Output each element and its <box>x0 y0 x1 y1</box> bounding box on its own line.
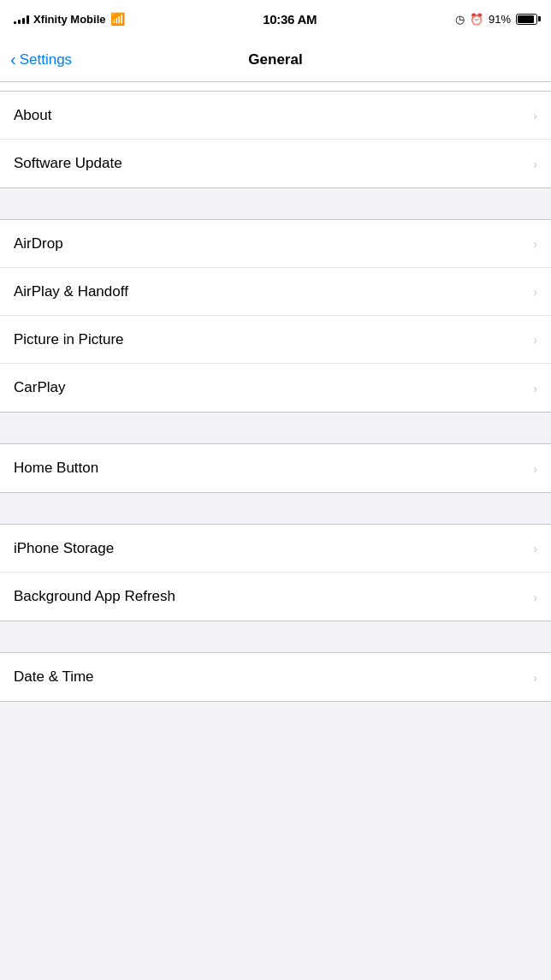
settings-group-2: AirDrop › AirPlay & Handoff › Picture in… <box>0 219 551 413</box>
status-time: 10:36 AM <box>263 12 317 27</box>
battery-icon <box>516 14 537 25</box>
settings-item-background-app-refresh[interactable]: Background App Refresh › <box>0 573 551 621</box>
settings-item-date-time[interactable]: Date & Time › <box>0 653 551 701</box>
settings-group-1: About › Software Update › <box>0 91 551 188</box>
home-button-label: Home Button <box>14 460 98 477</box>
settings-item-iphone-storage[interactable]: iPhone Storage › <box>0 525 551 573</box>
status-bar: Xfinity Mobile 📶 10:36 AM ◷ ⏰ 91% <box>0 0 551 38</box>
airplay-handoff-label: AirPlay & Handoff <box>14 283 128 300</box>
section-gap-1 <box>0 188 551 219</box>
picture-in-picture-label: Picture in Picture <box>14 331 124 348</box>
carplay-label: CarPlay <box>14 379 65 396</box>
settings-group-4: iPhone Storage › Background App Refresh … <box>0 524 551 621</box>
page-title: General <box>248 51 302 68</box>
battery-percent: 91% <box>489 13 511 26</box>
chevron-right-icon: › <box>533 236 537 251</box>
chevron-left-icon: ‹ <box>10 50 16 68</box>
section-gap-3 <box>0 493 551 524</box>
status-left: Xfinity Mobile 📶 <box>14 12 125 26</box>
chevron-right-icon: › <box>533 541 537 555</box>
chevron-right-icon: › <box>533 332 537 347</box>
settings-group-5: Date & Time › <box>0 652 551 702</box>
settings-group-3: Home Button › <box>0 443 551 493</box>
date-time-label: Date & Time <box>14 668 94 686</box>
back-label: Settings <box>20 51 72 68</box>
about-label: About <box>14 107 51 124</box>
chevron-right-icon: › <box>533 590 537 604</box>
settings-item-airdrop[interactable]: AirDrop › <box>0 220 551 268</box>
background-app-refresh-label: Background App Refresh <box>14 588 175 605</box>
signal-bars-icon <box>14 14 29 24</box>
settings-item-about[interactable]: About › <box>0 92 551 140</box>
chevron-right-icon: › <box>533 381 537 395</box>
settings-item-home-button[interactable]: Home Button › <box>0 444 551 492</box>
settings-item-airplay-handoff[interactable]: AirPlay & Handoff › <box>0 268 551 316</box>
chevron-right-icon: › <box>533 284 537 299</box>
settings-item-picture-in-picture[interactable]: Picture in Picture › <box>0 316 551 364</box>
top-spacer <box>0 82 551 91</box>
iphone-storage-label: iPhone Storage <box>14 540 114 557</box>
carrier-label: Xfinity Mobile <box>33 13 106 26</box>
chevron-right-icon: › <box>533 670 537 685</box>
airdrop-label: AirDrop <box>14 235 63 252</box>
settings-item-software-update[interactable]: Software Update › <box>0 140 551 187</box>
back-button[interactable]: ‹ Settings <box>10 51 72 68</box>
alarm-icon: ⏰ <box>470 13 483 26</box>
nav-bar: ‹ Settings General <box>0 38 551 82</box>
chevron-right-icon: › <box>533 461 537 476</box>
clock-icon: ◷ <box>455 13 465 26</box>
section-gap-4 <box>0 621 551 652</box>
wifi-icon: 📶 <box>110 12 125 26</box>
settings-content: About › Software Update › AirDrop › AirP… <box>0 82 551 702</box>
software-update-label: Software Update <box>14 155 122 172</box>
chevron-right-icon: › <box>533 108 537 122</box>
section-gap-2 <box>0 413 551 443</box>
status-right: ◷ ⏰ 91% <box>455 13 537 26</box>
settings-item-carplay[interactable]: CarPlay › <box>0 364 551 412</box>
chevron-right-icon: › <box>533 157 537 171</box>
